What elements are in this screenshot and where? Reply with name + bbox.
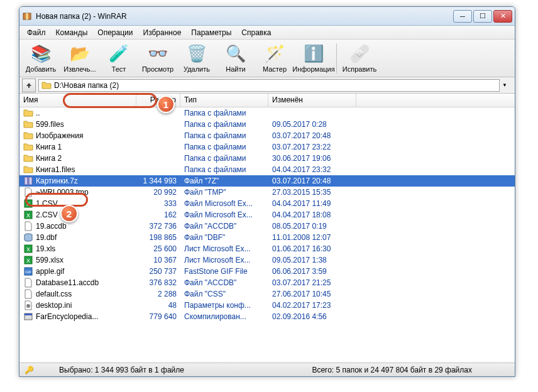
address-field[interactable]: D:\Новая папка (2) bbox=[38, 79, 500, 92]
col-type[interactable]: Тип bbox=[180, 94, 268, 107]
file-icon bbox=[23, 176, 33, 186]
col-size[interactable]: Размер bbox=[136, 94, 180, 107]
file-size: 250 737 bbox=[136, 267, 180, 276]
file-icon bbox=[23, 232, 33, 242]
file-size: 20 992 bbox=[136, 188, 180, 197]
file-icon bbox=[23, 119, 33, 129]
file-row[interactable]: 19.accdb372 736Файл "ACCDB"08.05.2017 0:… bbox=[19, 220, 515, 232]
file-row[interactable]: 599.filesПапка с файлами09.05.2017 0:28 bbox=[19, 119, 515, 130]
status-icons: 🔑 bbox=[25, 366, 34, 374]
file-name: Книга1.files bbox=[36, 165, 75, 174]
menu-operations[interactable]: Операции bbox=[92, 27, 138, 38]
file-date: 08.05.2017 0:19 bbox=[268, 222, 356, 231]
up-button[interactable] bbox=[22, 79, 36, 92]
file-type: Папка с файлами bbox=[180, 165, 268, 174]
address-dropdown[interactable]: ▼ bbox=[502, 82, 512, 88]
file-date: 11.01.2008 12:07 bbox=[268, 233, 356, 242]
file-row[interactable]: GIFapple.gif250 737FastStone GIF File06.… bbox=[19, 266, 515, 277]
file-icon bbox=[23, 142, 33, 152]
file-icon: X bbox=[23, 210, 33, 220]
col-name[interactable]: Имя bbox=[19, 94, 136, 107]
folder-icon bbox=[41, 80, 52, 90]
toolbar-separator bbox=[336, 43, 337, 74]
file-name: Книга 1 bbox=[36, 143, 62, 151]
wizard-button[interactable]: 🪄Мастер bbox=[256, 41, 294, 76]
svg-text:GIF: GIF bbox=[25, 270, 31, 274]
extract-button[interactable]: 📂Извлечь... bbox=[61, 41, 99, 76]
file-name: Книга 2 bbox=[36, 154, 62, 163]
file-type: Файл Microsoft Ex... bbox=[180, 210, 268, 219]
menu-commands[interactable]: Команды bbox=[51, 27, 93, 38]
file-icon: X bbox=[23, 255, 33, 265]
info-button[interactable]: ℹ️Информация bbox=[295, 41, 332, 76]
file-name: Изображения bbox=[36, 131, 83, 140]
file-row[interactable]: desktop.ini48Параметры конф...04.02.2017… bbox=[19, 300, 515, 311]
repair-button[interactable]: 🩹Исправить bbox=[341, 41, 378, 76]
extract-icon: 📂 bbox=[70, 44, 90, 64]
add-icon: 📚 bbox=[31, 44, 51, 64]
file-row[interactable]: ИзображенияПапка с файлами03.07.2017 20:… bbox=[19, 130, 515, 141]
file-type: Файл "CSS" bbox=[180, 290, 268, 298]
file-row[interactable]: Книга 2Папка с файлами30.06.2017 19:06 bbox=[19, 153, 515, 164]
file-date: 06.06.2017 3:59 bbox=[268, 267, 356, 276]
svg-rect-17 bbox=[25, 313, 32, 315]
toolbar: 📚Добавить 📂Извлечь... 🧪Тест 👓Просмотр 🗑️… bbox=[19, 40, 515, 77]
test-button[interactable]: 🧪Тест bbox=[100, 41, 138, 76]
file-date: 03.07.2017 20:48 bbox=[268, 177, 356, 185]
file-row[interactable]: Картинки.7z1 344 993Файл "7Z"03.07.2017 … bbox=[19, 175, 515, 187]
file-icon bbox=[23, 300, 33, 310]
file-list[interactable]: ..Папка с файлами599.filesПапка с файлам… bbox=[19, 107, 515, 351]
file-icon: GIF bbox=[23, 266, 33, 276]
file-size: 376 832 bbox=[136, 278, 180, 287]
file-row[interactable]: Database11.accdb376 832Файл "ACCDB"03.07… bbox=[19, 277, 515, 288]
find-icon: 🔍 bbox=[226, 44, 246, 64]
file-name: 2.CSV bbox=[36, 210, 58, 219]
file-date: 27.06.2017 10:45 bbox=[268, 290, 356, 298]
file-size: 1 344 993 bbox=[136, 177, 180, 185]
file-name: default.css bbox=[36, 290, 72, 298]
status-total: Всего: 5 папок и 24 497 804 байт в 29 фа… bbox=[312, 366, 510, 374]
file-type: Файл "ACCDB" bbox=[180, 222, 268, 231]
file-row[interactable]: default.css2 288Файл "CSS"27.06.2017 10:… bbox=[19, 288, 515, 300]
file-row[interactable]: X599.xlsx10 367Лист Microsoft Ex...09.05… bbox=[19, 254, 515, 266]
minimize-button[interactable]: ─ bbox=[453, 10, 472, 23]
file-row[interactable]: ..Папка с файлами bbox=[19, 107, 515, 119]
maximize-button[interactable]: ☐ bbox=[473, 10, 492, 23]
find-button[interactable]: 🔍Найти bbox=[217, 41, 255, 76]
file-icon bbox=[23, 165, 33, 175]
menu-favorites[interactable]: Избранное bbox=[138, 27, 187, 38]
menu-file[interactable]: Файл bbox=[22, 27, 51, 38]
file-icon bbox=[23, 278, 33, 288]
file-name: .. bbox=[36, 109, 40, 117]
file-row[interactable]: X1.CSV333Файл Microsoft Ex...04.04.2017 … bbox=[19, 198, 515, 209]
file-row[interactable]: 19.dbf198 865Файл "DBF"11.01.2008 12:07 bbox=[19, 232, 515, 243]
file-icon bbox=[23, 312, 33, 322]
file-type: Скомпилирован... bbox=[180, 312, 268, 321]
close-button[interactable]: ✕ bbox=[493, 10, 512, 23]
file-type: Папка с файлами bbox=[180, 143, 268, 151]
address-text: D:\Новая папка (2) bbox=[54, 81, 119, 90]
file-row[interactable]: ~WRL0003.tmp20 992Файл "TMP"27.03.2015 1… bbox=[19, 187, 515, 198]
svg-point-15 bbox=[26, 304, 30, 308]
delete-button[interactable]: 🗑️Удалить bbox=[178, 41, 216, 76]
add-button[interactable]: 📚Добавить bbox=[22, 41, 60, 76]
view-button[interactable]: 👓Просмотр bbox=[139, 41, 177, 76]
file-row[interactable]: FarEncyclopedia...779 640Скомпилирован..… bbox=[19, 311, 515, 322]
menu-help[interactable]: Справка bbox=[236, 27, 276, 38]
file-type: FastStone GIF File bbox=[180, 267, 268, 276]
file-size: 162 bbox=[136, 210, 180, 219]
file-row[interactable]: Книга1.filesПапка с файлами04.04.2017 23… bbox=[19, 164, 515, 175]
menu-options[interactable]: Параметры bbox=[186, 27, 236, 38]
col-modified[interactable]: Изменён bbox=[268, 94, 356, 107]
file-row[interactable]: X2.CSV162Файл Microsoft Ex...04.04.2017 … bbox=[19, 209, 515, 220]
file-name: 1.CSV bbox=[36, 199, 58, 208]
file-date: 02.09.2016 4:56 bbox=[268, 312, 356, 321]
file-date: 04.04.2017 18:08 bbox=[268, 210, 356, 219]
file-row[interactable]: Книга 1Папка с файлами03.07.2017 23:22 bbox=[19, 141, 515, 153]
file-name: 19.dbf bbox=[36, 233, 57, 242]
file-date: 09.05.2017 0:28 bbox=[268, 120, 356, 129]
file-icon bbox=[23, 221, 33, 231]
file-icon bbox=[23, 108, 33, 118]
file-size: 333 bbox=[136, 199, 180, 208]
file-row[interactable]: X19.xls25 600Лист Microsoft Ex...01.06.2… bbox=[19, 243, 515, 254]
